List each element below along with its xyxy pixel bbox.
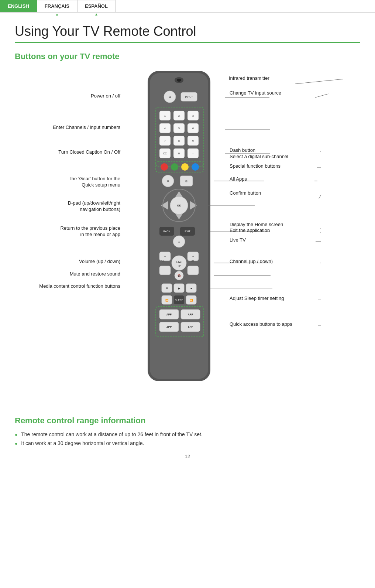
- lbl-2: 2: [178, 114, 180, 117]
- gear-icon: ⚙: [167, 180, 169, 182]
- rewind-icon: ⏪: [165, 298, 169, 302]
- mute-label: Mute and restore sound: [70, 271, 120, 277]
- tab-espanol-label: ESPAÑOL: [85, 3, 108, 9]
- media-label: Media content control function buttons: [39, 283, 120, 290]
- return-prev-label: Return to the previous place in the menu…: [60, 225, 120, 238]
- range-info-section: Remote control range information The rem…: [15, 416, 360, 446]
- lbl-dash: –: [192, 152, 194, 155]
- tab-english[interactable]: ENGLISH: [0, 0, 37, 12]
- confirm-label: Confirm button: [230, 190, 261, 196]
- power-label: Power on / off: [91, 93, 120, 99]
- exit-app-label: Exit the application: [230, 228, 270, 234]
- volume-label: Volume (up / down): [79, 259, 120, 265]
- lbl-5: 5: [178, 127, 180, 130]
- pause-icon: ⏸: [166, 287, 168, 290]
- live-label: Live: [176, 261, 182, 263]
- ch-label: CH: [191, 260, 194, 262]
- remote-container: ⏻ INPUT 1 2 3 4 5 6: [137, 67, 221, 390]
- btn-yellow[interactable]: [181, 163, 189, 171]
- sleep-label: SLEEP: [175, 299, 183, 301]
- range-list: The remote control can work at a distanc…: [15, 431, 360, 446]
- range-section-title: Remote control range information: [15, 416, 360, 425]
- tab-francais[interactable]: FRANÇAIS ▲: [37, 0, 77, 12]
- ok-label: OK: [177, 204, 181, 207]
- section-buttons-title: Buttons on your TV remote: [15, 52, 360, 61]
- lbl-4: 4: [164, 127, 166, 130]
- lbl-6: 6: [192, 127, 194, 130]
- exit-label: EXIT: [185, 230, 190, 233]
- page-content: Using Your TV Remote Control Buttons on …: [0, 13, 375, 474]
- svg-line-9: [319, 195, 321, 199]
- power-icon: ⏻: [169, 96, 171, 98]
- special-func-label: Special function buttons: [230, 163, 281, 170]
- display-home-label: Display the Home screen: [230, 222, 283, 228]
- home-icon: ⌂: [178, 240, 180, 243]
- ffwd-icon: ⏩: [190, 298, 193, 302]
- ch-up-label: +: [192, 255, 194, 258]
- all-apps-icon: ⊞: [185, 180, 188, 182]
- vol-up-label: +: [164, 255, 166, 258]
- dash-label: Dash button Select a digital sub-channel: [230, 147, 288, 160]
- tv-label: TV: [178, 264, 181, 267]
- svg-line-0: [295, 79, 343, 84]
- tab-english-label: ENGLISH: [8, 3, 29, 9]
- tab-francais-label: FRANÇAIS: [45, 3, 69, 9]
- infrared-label: Infrared transmitter: [229, 75, 269, 82]
- range-item-1: The remote control can work at a distanc…: [15, 431, 360, 437]
- svg-line-2: [315, 94, 328, 98]
- language-tabs: ENGLISH FRANÇAIS ▲ ESPAÑOL ▲: [0, 0, 375, 13]
- remote-svg: ⏻ INPUT 1 2 3 4 5 6: [137, 67, 221, 389]
- dpad-label: D-pad (up/down/left/right navigation but…: [68, 200, 120, 213]
- back-label: BACK: [163, 230, 170, 233]
- input-label: INPUT: [185, 96, 193, 98]
- btn-blue[interactable]: [192, 163, 199, 171]
- lbl-9: 9: [192, 140, 194, 142]
- app1-label: APP: [166, 313, 172, 316]
- francais-arrow: ▲: [55, 12, 59, 16]
- live-tv-label: Live TV: [230, 237, 246, 243]
- btn-red[interactable]: [161, 163, 168, 171]
- lbl-8: 8: [178, 140, 180, 142]
- stop-icon: ■: [190, 287, 192, 290]
- vol-down-label: –: [164, 269, 166, 272]
- adjust-sleep-label: Adjust Sleep timer setting: [230, 295, 284, 302]
- app4-label: APP: [188, 326, 193, 328]
- app2-label: APP: [188, 313, 193, 316]
- lbl-0: 0: [178, 152, 180, 155]
- all-apps-label: All Apps: [230, 176, 247, 182]
- gear-label: The 'Gear' button for the Quick setup me…: [69, 176, 120, 188]
- quick-access-label: Quick access buttons to apps: [230, 321, 292, 328]
- lbl-3: 3: [192, 114, 194, 117]
- lbl-1: 1: [164, 114, 166, 117]
- change-input-label: Change TV input source: [230, 90, 281, 96]
- cc-label: Turn Closed Caption On / Off: [58, 149, 120, 155]
- enter-channels-label: Enter Channels / input numbers: [53, 124, 120, 131]
- mute-icon: 🔇: [178, 274, 181, 277]
- btn-green[interactable]: [171, 163, 178, 171]
- espanol-arrow: ▲: [94, 12, 98, 16]
- range-item-2: It can work at a 30 degree horizontal or…: [15, 440, 360, 446]
- page-number: 12: [15, 454, 360, 459]
- tab-espanol[interactable]: ESPAÑOL ▲: [77, 0, 116, 12]
- lbl-7: 7: [164, 140, 166, 142]
- vol-label: VOL: [160, 260, 164, 262]
- page-title: Using Your TV Remote Control: [15, 24, 360, 43]
- app3-label: APP: [166, 326, 172, 328]
- ch-down-label: –: [192, 269, 194, 272]
- lbl-cc: CC: [163, 152, 167, 155]
- channel-label: Channel (up / down): [230, 259, 273, 265]
- ir-lens: [177, 79, 181, 82]
- diagram-area: ⏻ INPUT 1 2 3 4 5 6: [15, 67, 360, 407]
